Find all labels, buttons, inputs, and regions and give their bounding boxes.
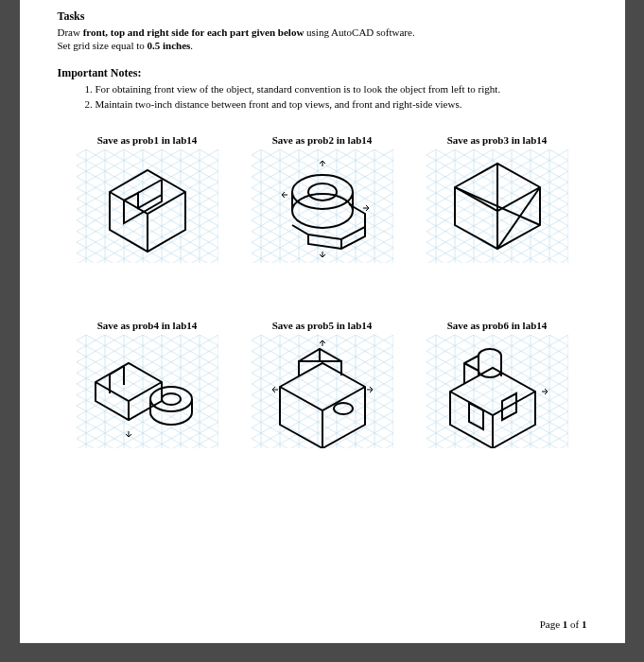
tasks-heading: Tasks [58, 9, 587, 24]
text: . [190, 40, 193, 51]
figures-row-2: Save as prob4 in lab14 [58, 320, 587, 448]
tasks-line-2: Set grid size equal to 0.5 inches. [58, 39, 587, 52]
text-bold: 0.5 inches [148, 40, 191, 51]
text: . [497, 83, 500, 95]
important-notes-heading: Important Notes: [58, 66, 587, 80]
document-page: Tasks Draw front, top and right side for… [20, 0, 625, 643]
figures-row-1: Save as prob1 in lab14 [58, 134, 587, 263]
figure-caption: Save as prob2 in lab14 [252, 134, 393, 146]
note-item-1: For obtaining front view of the object, … [96, 82, 587, 96]
text-bold: 1 [582, 618, 587, 630]
text: of the object, standard convention is to… [197, 83, 451, 95]
figure-caption: Save as prob5 in lab14 [252, 320, 393, 331]
figure-caption: Save as prob6 in lab14 [426, 320, 568, 331]
figure-caption: Save as prob3 in lab14 [426, 134, 568, 146]
figure-1: Save as prob1 in lab14 [77, 134, 218, 263]
text: Draw [58, 26, 83, 38]
tasks-line-1: Draw front, top and right side for each … [58, 26, 587, 39]
figure-caption: Save as prob4 in lab14 [77, 320, 218, 331]
figure-image [252, 335, 393, 448]
text: Set grid size equal to [58, 40, 148, 51]
figure-3: Save as prob3 in lab14 [426, 134, 568, 263]
text: For obtaining [96, 83, 154, 95]
text: Page [540, 618, 563, 630]
page-footer: Page 1 of 1 [540, 618, 587, 630]
notes-list: For obtaining front view of the object, … [58, 82, 587, 113]
figure-image [77, 149, 218, 263]
figure-5: Save as prob5 in lab14 [252, 320, 393, 448]
text-bold: left to right [451, 83, 498, 95]
text-bold: front view [154, 83, 198, 95]
text: of [567, 618, 582, 630]
svg-rect-6 [77, 335, 218, 448]
note-item-2: Maintain two-inch distance between front… [96, 97, 587, 112]
figure-image [252, 149, 393, 263]
text-bold: front, top and right side for each part … [83, 26, 305, 38]
figure-image [426, 335, 568, 448]
figure-image [77, 335, 218, 448]
figure-image [426, 149, 568, 263]
figure-4: Save as prob4 in lab14 [77, 320, 218, 448]
figure-caption: Save as prob1 in lab14 [77, 134, 218, 146]
figure-2: Save as prob2 in lab14 [252, 134, 393, 263]
figure-6: Save as prob6 in lab14 [426, 320, 568, 448]
text: using AutoCAD software. [304, 26, 414, 38]
